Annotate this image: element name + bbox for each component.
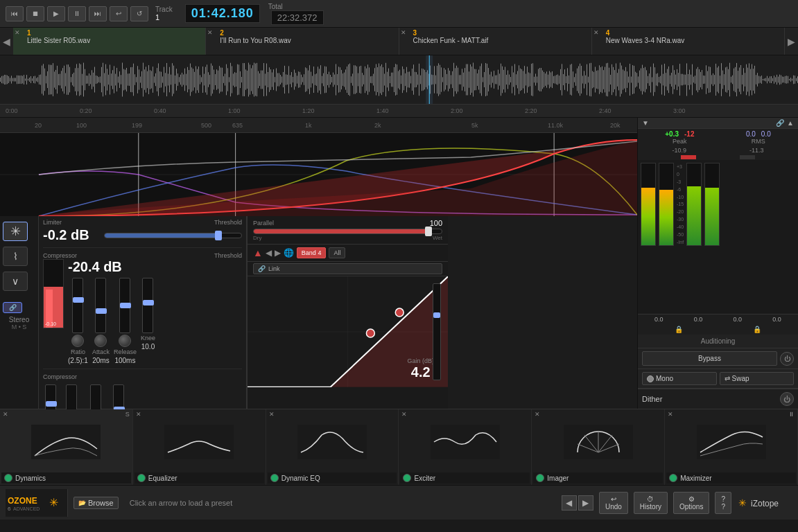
- bypass-power-icon[interactable]: ⏻: [780, 352, 794, 366]
- eq-display[interactable]: [0, 133, 637, 216]
- module-equalizer-power[interactable]: [137, 474, 146, 482]
- meter-up-icon[interactable]: ▲: [787, 119, 794, 127]
- limiter-label: Limiter: [43, 219, 62, 226]
- play-button[interactable]: ▶: [47, 6, 65, 21]
- module-dynamics-s[interactable]: S: [125, 411, 130, 418]
- bot-val-4: 0.0: [772, 316, 781, 323]
- undo-label: Undo: [605, 503, 622, 511]
- module-dynamics[interactable]: ✕ S Dynamics: [0, 409, 133, 485]
- preset-next-button[interactable]: ▶: [578, 495, 593, 511]
- module-exciter[interactable]: ✕ Exciter: [399, 409, 532, 485]
- module-exciter-power[interactable]: [403, 474, 411, 482]
- parallel-slider[interactable]: [253, 229, 442, 234]
- bot-val-3: 0.0: [734, 316, 743, 323]
- track-1-close[interactable]: ✕: [15, 29, 20, 36]
- track-1-name: Little Sister R05.wav: [27, 37, 201, 44]
- track-number: 1: [155, 13, 173, 21]
- band-next-btn[interactable]: ▶: [275, 248, 281, 258]
- comp1-ratio-label: Ratio: [71, 348, 85, 355]
- help-label: ?: [721, 503, 725, 511]
- module-dynamics-close[interactable]: ✕: [3, 411, 8, 418]
- preset-prev-button[interactable]: ◀: [562, 495, 577, 511]
- module-imager-power[interactable]: [536, 474, 544, 482]
- dither-power-button[interactable]: ⏻: [780, 392, 794, 406]
- module-dynamics-power[interactable]: [4, 474, 12, 482]
- module-dynamic-eq-close[interactable]: ✕: [269, 411, 275, 418]
- transfer-graph[interactable]: Gain (dB) 4.2: [248, 276, 448, 387]
- dynamics-left-icons: ✳ ⌇ ∨ 🔗 Stereo M • S: [0, 216, 39, 409]
- loop-button[interactable]: ↩: [110, 6, 128, 21]
- rms-left-value: 0.0: [746, 130, 756, 138]
- module-equalizer-close[interactable]: ✕: [136, 411, 141, 418]
- slope-icon[interactable]: ∨: [3, 272, 28, 291]
- swap-button[interactable]: ⇄ Swap: [720, 372, 795, 385]
- options-icon: ⚙: [688, 495, 695, 503]
- waveform-area: 0:00 0:20 0:40 1:00 1:20 1:40 2:00 2:20 …: [0, 55, 798, 118]
- crossover-icon[interactable]: ✳: [3, 222, 28, 241]
- link-button[interactable]: 🔗 Link: [253, 263, 442, 274]
- all-btn[interactable]: All: [329, 247, 345, 258]
- dry-label: Dry: [253, 235, 261, 241]
- lock-right-icon[interactable]: 🔒: [753, 326, 761, 333]
- comp1-ratio-slider[interactable]: Ratio (2.5):1: [68, 278, 88, 364]
- freq-2k: 2k: [374, 122, 381, 129]
- module-imager[interactable]: ✕ Imager: [532, 409, 665, 485]
- freq-1k: 1k: [305, 122, 312, 129]
- track-label: Track: [155, 6, 173, 13]
- track-3-close[interactable]: ✕: [401, 29, 406, 36]
- stereo-link-icon[interactable]: 🔗: [3, 302, 22, 313]
- nav-left-arrow[interactable]: ◀: [0, 28, 13, 55]
- pause-button[interactable]: ⏸: [68, 6, 86, 21]
- track-slot-2[interactable]: ✕ 2 I'll Run to You R08.wav: [206, 28, 399, 55]
- module-exciter-close[interactable]: ✕: [401, 411, 407, 418]
- mono-button[interactable]: Mono: [642, 372, 717, 385]
- return-button[interactable]: ↺: [130, 6, 148, 21]
- bypass-button[interactable]: Bypass: [642, 351, 777, 366]
- rewind-button[interactable]: ⏮: [6, 6, 24, 21]
- stop-button[interactable]: ⏹: [26, 6, 44, 21]
- module-maximizer-power[interactable]: [669, 474, 677, 482]
- module-maximizer-close[interactable]: ✕: [668, 411, 673, 418]
- meter-bottom-values: 0.0 0.0 0.0 0.0: [638, 314, 798, 324]
- comp1-knee-slider[interactable]: Knee 10.0: [141, 278, 155, 364]
- compressor-graph[interactable]: Parallel 100 Dry Wet ▲ ◀: [247, 216, 448, 409]
- band-prev-btn[interactable]: ◀: [266, 248, 272, 258]
- help-button[interactable]: ? ?: [715, 492, 731, 514]
- band-triangle-icon[interactable]: ▲: [253, 247, 263, 258]
- svg-point-9: [395, 308, 404, 317]
- track-slot-1[interactable]: ✕ 1 Little Sister R05.wav: [13, 28, 206, 55]
- comp1-attack-knob[interactable]: [94, 335, 107, 347]
- comp1-ratio-knob[interactable]: [71, 335, 84, 347]
- module-maximizer[interactable]: ✕ ⏸ Maximizer: [665, 409, 798, 485]
- options-button[interactable]: ⚙ Options: [673, 492, 709, 514]
- peak-rms-row: +0.3 -12 Peak 0.0 0.0 RMS: [638, 129, 798, 146]
- meter-dropdown-icon[interactable]: ▼: [642, 119, 649, 127]
- filter-icon[interactable]: ⌇: [3, 247, 28, 266]
- comp1-release-knob[interactable]: [119, 335, 131, 347]
- track-slot-4[interactable]: ✕ 4 New Waves 3-4 NRa.wav: [592, 28, 785, 55]
- module-maximizer-s[interactable]: ⏸: [788, 411, 795, 418]
- track-4-close[interactable]: ✕: [593, 29, 599, 36]
- comp1-attack-slider[interactable]: Attack 20ms: [92, 278, 110, 364]
- module-dynamic-eq[interactable]: ✕ Dynamic EQ: [266, 409, 399, 485]
- module-imager-close[interactable]: ✕: [535, 411, 540, 418]
- gain-slider[interactable]: [433, 283, 441, 380]
- track-2-close[interactable]: ✕: [207, 29, 213, 36]
- limiter-threshold-slider[interactable]: [104, 233, 242, 238]
- freq-5k: 5k: [471, 122, 478, 129]
- comp1-release-slider[interactable]: Release 100ms: [114, 278, 137, 364]
- lock-left-icon[interactable]: 🔒: [675, 326, 683, 333]
- meter-link-icon[interactable]: 🔗: [776, 119, 784, 127]
- band4-btn[interactable]: Band 4: [297, 247, 327, 258]
- track-slot-3[interactable]: ✕ 3 Chicken Funk - MATT.aif: [399, 28, 592, 55]
- module-dynamic-eq-power[interactable]: [270, 474, 279, 482]
- undo-button[interactable]: ↩ Undo: [599, 492, 628, 514]
- browse-button[interactable]: 📂 Browse: [73, 497, 119, 509]
- module-equalizer[interactable]: ✕ Equalizer: [133, 409, 266, 485]
- track-3-name: Chicken Funk - MATT.aif: [413, 37, 587, 44]
- history-button[interactable]: ⏱ History: [634, 492, 668, 514]
- waveform-canvas[interactable]: [0, 55, 798, 104]
- next-button[interactable]: ⏭: [89, 6, 107, 21]
- band-globe-icon[interactable]: 🌐: [284, 248, 294, 258]
- nav-right-arrow[interactable]: ▶: [785, 28, 798, 55]
